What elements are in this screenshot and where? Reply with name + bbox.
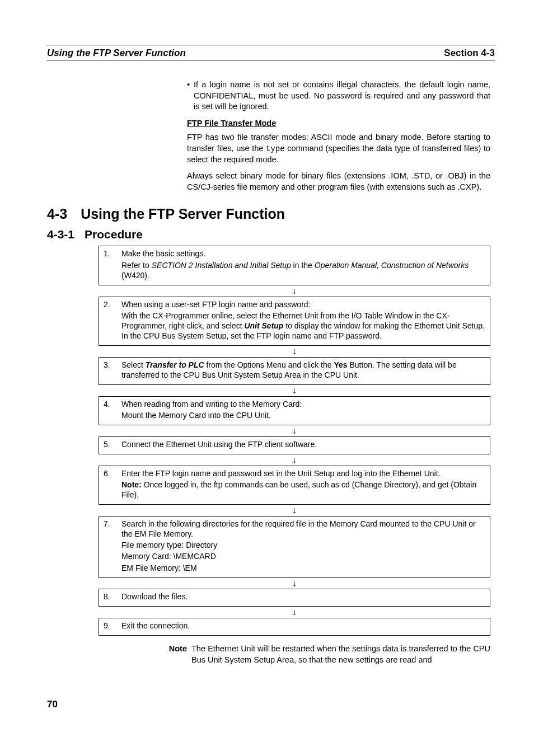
step-number: 3. bbox=[99, 358, 121, 372]
down-arrow-icon: ↓ bbox=[99, 578, 490, 589]
step-box: 9.Exit the connection. bbox=[99, 618, 490, 636]
ftp-mode-para2: Always select binary mode for binary fil… bbox=[187, 171, 490, 192]
step-line: Select Transfer to PLC from the Options … bbox=[121, 360, 485, 380]
subsection-num: 4-3-1 bbox=[47, 228, 74, 241]
step-number: 4. bbox=[99, 397, 121, 411]
down-arrow-icon: ↓ bbox=[99, 607, 490, 618]
step-number: 2. bbox=[99, 297, 121, 312]
type-command: type bbox=[266, 144, 285, 153]
ftp-mode-heading: FTP File Transfer Mode bbox=[187, 118, 490, 129]
step-line: Refer to SECTION 2 Installation and Init… bbox=[121, 260, 485, 280]
down-arrow-icon: ↓ bbox=[99, 385, 490, 396]
step-line: When reading from and writing to the Mem… bbox=[121, 399, 485, 409]
step-line: Note: Once logged in, the ftp commands c… bbox=[121, 480, 485, 500]
ftp-mode-para1: FTP has two file transfer modes: ASCII m… bbox=[187, 132, 490, 165]
bullet-text: If a login name is not set or contains i… bbox=[194, 79, 490, 112]
step-box: 7.Search in the following directories fo… bbox=[99, 516, 490, 578]
step-line: With the CX-Programmer online, select th… bbox=[121, 311, 485, 341]
step-number: 7. bbox=[99, 516, 121, 531]
step-content: Download the files. bbox=[121, 589, 490, 606]
step-box: 3.Select Transfer to PLC from the Option… bbox=[99, 357, 490, 385]
down-arrow-icon: ↓ bbox=[99, 505, 490, 516]
down-arrow-icon: ↓ bbox=[99, 346, 490, 357]
step-content: Exit the connection. bbox=[121, 618, 490, 635]
step-line: Mount the Memory Card into the CPU Unit. bbox=[121, 410, 485, 420]
step-content: Make the basic settings.Refer to SECTION… bbox=[121, 246, 490, 285]
step-line: Exit the connection. bbox=[121, 621, 485, 631]
step-line: When using a user-set FTP login name and… bbox=[121, 299, 485, 309]
section-heading-4-3: 4-3Using the FTP Server Function bbox=[47, 206, 495, 222]
step-line: EM File Memory: \EM bbox=[121, 563, 485, 573]
step-number: 6. bbox=[99, 466, 121, 481]
section-num: 4-3 bbox=[47, 206, 67, 222]
step-box: 8.Download the files. bbox=[99, 589, 490, 607]
step-content: Connect the Ethernet Unit using the FTP … bbox=[121, 437, 490, 454]
step-line: Make the basic settings. bbox=[121, 248, 485, 259]
step-box: 4.When reading from and writing to the M… bbox=[99, 396, 490, 425]
note-text: The Ethernet Unit will be restarted when… bbox=[187, 644, 490, 665]
note-label: Note bbox=[162, 644, 187, 665]
intro-bullet: • If a login name is not set or contains… bbox=[187, 79, 490, 112]
step-line: Memory Card: \MEMCARD bbox=[121, 551, 485, 561]
subsection-title: Procedure bbox=[85, 228, 143, 241]
header-left: Using the FTP Server Function bbox=[47, 48, 186, 59]
step-number: 1. bbox=[99, 246, 121, 261]
intro-block: • If a login name is not set or contains… bbox=[187, 79, 490, 192]
down-arrow-icon: ↓ bbox=[99, 425, 490, 436]
down-arrow-icon: ↓ bbox=[99, 454, 490, 466]
step-box: 2.When using a user-set FTP login name a… bbox=[99, 297, 490, 346]
step-content: Select Transfer to PLC from the Options … bbox=[121, 358, 490, 384]
step-box: 1.Make the basic settings.Refer to SECTI… bbox=[99, 246, 490, 285]
procedure-steps: 1.Make the basic settings.Refer to SECTI… bbox=[99, 246, 490, 636]
header-right: Section 4-3 bbox=[444, 48, 495, 59]
step-content: When using a user-set FTP login name and… bbox=[121, 297, 490, 346]
step-number: 9. bbox=[99, 618, 121, 633]
section-heading-4-3-1: 4-3-1Procedure bbox=[47, 228, 495, 241]
page: Using the FTP Server Function Section 4-… bbox=[0, 0, 534, 732]
step-line: Download the files. bbox=[121, 591, 485, 602]
step-number: 8. bbox=[99, 589, 121, 604]
step-line: Connect the Ethernet Unit using the FTP … bbox=[121, 439, 485, 449]
down-arrow-icon: ↓ bbox=[99, 285, 490, 297]
page-number: 70 bbox=[47, 699, 495, 710]
section-title: Using the FTP Server Function bbox=[81, 206, 285, 222]
step-content: Search in the following directories for … bbox=[121, 516, 490, 577]
running-header: Using the FTP Server Function Section 4-… bbox=[47, 48, 495, 60]
step-content: When reading from and writing to the Mem… bbox=[121, 397, 490, 425]
bullet-mark: • bbox=[187, 79, 194, 112]
step-number: 5. bbox=[99, 437, 121, 452]
note-block: Note The Ethernet Unit will be restarted… bbox=[187, 644, 490, 665]
step-box: 5.Connect the Ethernet Unit using the FT… bbox=[99, 436, 490, 454]
step-line: Search in the following directories for … bbox=[121, 519, 485, 539]
step-content: Enter the FTP login name and password se… bbox=[121, 466, 490, 505]
step-line: Enter the FTP login name and password se… bbox=[121, 468, 485, 478]
step-box: 6.Enter the FTP login name and password … bbox=[99, 466, 490, 505]
header-rule-top bbox=[47, 45, 495, 45]
step-line: File memory type: Directory bbox=[121, 540, 485, 550]
